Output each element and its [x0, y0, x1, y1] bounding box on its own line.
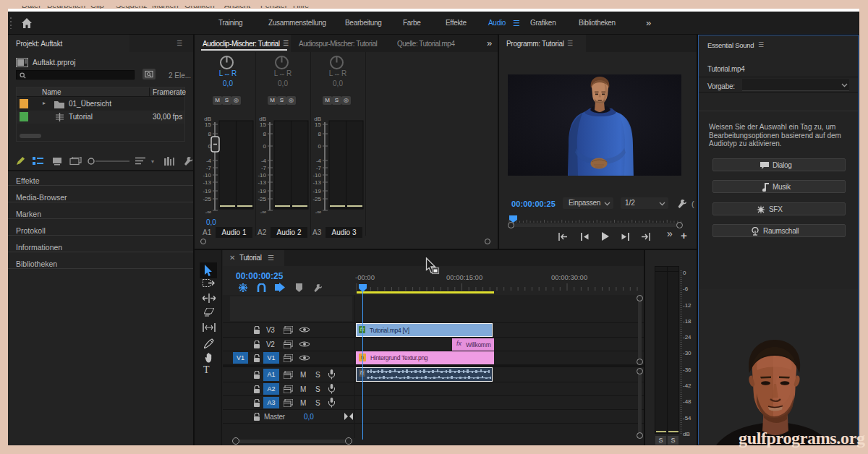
svg-text:-25: -25: [312, 196, 321, 202]
svg-text:0: 0: [263, 143, 267, 150]
svg-text:15: 15: [315, 121, 321, 128]
svg-text:-25: -25: [203, 196, 211, 202]
svg-text:8: 8: [208, 131, 212, 137]
svg-text:-25: -25: [258, 196, 266, 202]
svg-text:-∞: -∞: [205, 209, 212, 215]
svg-text:0: 0: [318, 143, 322, 150]
svg-text:-13: -13: [258, 179, 266, 186]
svg-text:15: 15: [205, 121, 211, 128]
svg-text:-7: -7: [261, 165, 267, 171]
svg-text:15: 15: [260, 121, 266, 128]
svg-text:-4: -4: [206, 158, 212, 164]
svg-text:-4: -4: [316, 158, 322, 164]
svg-text:8: 8: [263, 131, 267, 137]
svg-text:-13: -13: [203, 179, 211, 186]
svg-text:8: 8: [318, 131, 322, 137]
svg-text:-19: -19: [312, 188, 321, 194]
svg-text:-∞: -∞: [260, 209, 267, 215]
svg-text:-7: -7: [206, 165, 212, 171]
svg-text:-10: -10: [312, 172, 321, 179]
svg-text:-7: -7: [316, 165, 322, 171]
svg-text:-19: -19: [258, 188, 266, 194]
svg-text:-10: -10: [203, 172, 211, 179]
svg-text:-4: -4: [261, 158, 267, 164]
svg-text:-10: -10: [258, 172, 266, 179]
svg-text:-∞: -∞: [315, 209, 322, 215]
svg-text:-13: -13: [312, 179, 321, 186]
svg-text:-19: -19: [203, 188, 211, 194]
